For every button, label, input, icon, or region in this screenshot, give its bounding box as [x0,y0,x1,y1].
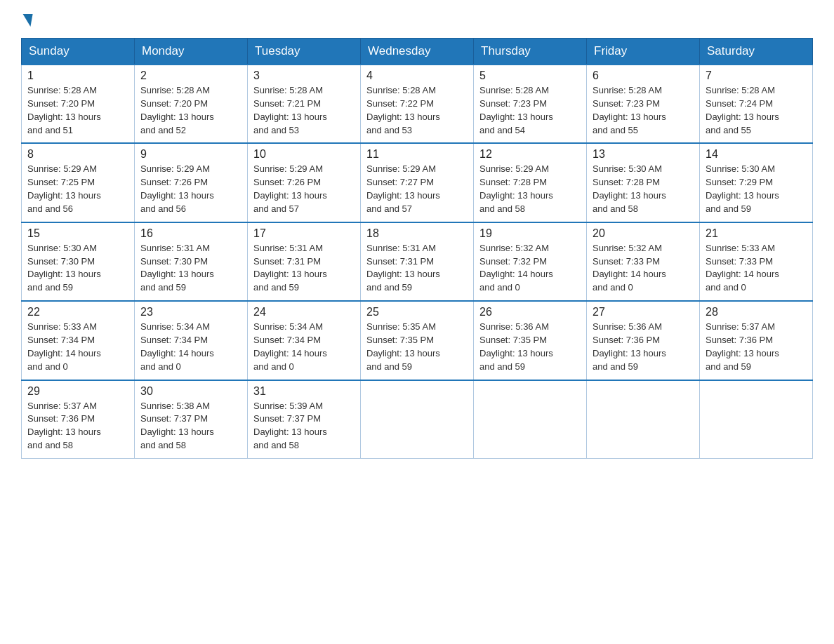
day-info: Sunrise: 5:31 AMSunset: 7:31 PMDaylight:… [366,243,440,293]
weekday-header-friday: Friday [587,39,700,65]
day-number: 29 [27,385,128,398]
day-number: 22 [27,306,128,318]
weekday-header-wednesday: Wednesday [361,39,474,65]
logo [21,14,33,27]
calendar-cell: 21 Sunrise: 5:33 AMSunset: 7:33 PMDaylig… [700,222,813,301]
day-info: Sunrise: 5:36 AMSunset: 7:35 PMDaylight:… [479,321,553,372]
calendar-week-row: 8 Sunrise: 5:29 AMSunset: 7:25 PMDayligh… [22,143,813,222]
day-number: 26 [479,306,581,318]
day-number: 27 [593,306,694,318]
day-number: 25 [366,306,468,318]
calendar-cell: 22 Sunrise: 5:33 AMSunset: 7:34 PMDaylig… [22,301,135,380]
calendar-cell: 11 Sunrise: 5:29 AMSunset: 7:27 PMDaylig… [361,143,474,222]
day-number: 5 [479,69,581,82]
day-info: Sunrise: 5:34 AMSunset: 7:34 PMDaylight:… [253,321,327,372]
day-info: Sunrise: 5:30 AMSunset: 7:28 PMDaylight:… [593,163,666,214]
calendar-cell: 6 Sunrise: 5:28 AMSunset: 7:23 PMDayligh… [587,65,700,143]
day-number: 4 [366,69,468,82]
day-info: Sunrise: 5:34 AMSunset: 7:34 PMDaylight:… [140,321,214,372]
calendar-cell: 18 Sunrise: 5:31 AMSunset: 7:31 PMDaylig… [361,222,474,301]
day-number: 10 [253,148,355,161]
day-number: 16 [140,227,241,240]
day-info: Sunrise: 5:29 AMSunset: 7:26 PMDaylight:… [253,163,327,214]
calendar-cell: 14 Sunrise: 5:30 AMSunset: 7:29 PMDaylig… [700,143,813,222]
calendar-cell: 10 Sunrise: 5:29 AMSunset: 7:26 PMDaylig… [248,143,361,222]
day-number: 15 [27,227,128,240]
weekday-header-thursday: Thursday [474,39,587,65]
calendar-cell: 16 Sunrise: 5:31 AMSunset: 7:30 PMDaylig… [135,222,248,301]
calendar-week-row: 15 Sunrise: 5:30 AMSunset: 7:30 PMDaylig… [22,222,813,301]
calendar-week-row: 1 Sunrise: 5:28 AMSunset: 7:20 PMDayligh… [22,65,813,143]
day-info: Sunrise: 5:30 AMSunset: 7:30 PMDaylight:… [27,243,101,293]
day-info: Sunrise: 5:28 AMSunset: 7:21 PMDaylight:… [253,85,327,135]
day-number: 2 [140,69,241,82]
calendar-cell: 25 Sunrise: 5:35 AMSunset: 7:35 PMDaylig… [361,301,474,380]
day-number: 7 [706,69,807,82]
day-number: 20 [593,227,694,240]
calendar-cell [587,380,700,459]
day-info: Sunrise: 5:29 AMSunset: 7:25 PMDaylight:… [27,163,101,214]
day-info: Sunrise: 5:32 AMSunset: 7:33 PMDaylight:… [593,243,666,293]
day-number: 28 [706,306,807,318]
calendar-cell [474,380,587,459]
day-info: Sunrise: 5:30 AMSunset: 7:29 PMDaylight:… [706,163,779,214]
day-info: Sunrise: 5:37 AMSunset: 7:36 PMDaylight:… [706,321,779,372]
weekday-header-tuesday: Tuesday [248,39,361,65]
day-info: Sunrise: 5:31 AMSunset: 7:31 PMDaylight:… [253,243,327,293]
calendar-cell: 5 Sunrise: 5:28 AMSunset: 7:23 PMDayligh… [474,65,587,143]
calendar-cell: 24 Sunrise: 5:34 AMSunset: 7:34 PMDaylig… [248,301,361,380]
day-info: Sunrise: 5:28 AMSunset: 7:20 PMDaylight:… [27,85,101,135]
day-info: Sunrise: 5:33 AMSunset: 7:34 PMDaylight:… [27,321,101,372]
day-number: 18 [366,227,468,240]
calendar-cell: 2 Sunrise: 5:28 AMSunset: 7:20 PMDayligh… [135,65,248,143]
calendar-week-row: 22 Sunrise: 5:33 AMSunset: 7:34 PMDaylig… [22,301,813,380]
weekday-header-saturday: Saturday [700,39,813,65]
day-info: Sunrise: 5:39 AMSunset: 7:37 PMDaylight:… [253,401,327,451]
day-number: 11 [366,148,468,161]
calendar-cell: 12 Sunrise: 5:29 AMSunset: 7:28 PMDaylig… [474,143,587,222]
calendar-week-row: 29 Sunrise: 5:37 AMSunset: 7:36 PMDaylig… [22,380,813,459]
weekday-header-sunday: Sunday [22,39,135,65]
calendar-cell: 9 Sunrise: 5:29 AMSunset: 7:26 PMDayligh… [135,143,248,222]
weekday-header-row: SundayMondayTuesdayWednesdayThursdayFrid… [22,39,813,65]
calendar-cell: 1 Sunrise: 5:28 AMSunset: 7:20 PMDayligh… [22,65,135,143]
calendar-cell: 3 Sunrise: 5:28 AMSunset: 7:21 PMDayligh… [248,65,361,143]
day-info: Sunrise: 5:37 AMSunset: 7:36 PMDaylight:… [27,401,101,451]
day-number: 19 [479,227,581,240]
page-header [21,14,813,27]
calendar-cell [361,380,474,459]
day-number: 12 [479,148,581,161]
day-info: Sunrise: 5:28 AMSunset: 7:24 PMDaylight:… [706,85,779,135]
calendar-cell: 30 Sunrise: 5:38 AMSunset: 7:37 PMDaylig… [135,380,248,459]
day-number: 14 [706,148,807,161]
day-number: 23 [140,306,241,318]
calendar-cell: 20 Sunrise: 5:32 AMSunset: 7:33 PMDaylig… [587,222,700,301]
calendar-cell: 19 Sunrise: 5:32 AMSunset: 7:32 PMDaylig… [474,222,587,301]
calendar-table: SundayMondayTuesdayWednesdayThursdayFrid… [21,38,813,459]
day-info: Sunrise: 5:35 AMSunset: 7:35 PMDaylight:… [366,321,440,372]
calendar-cell: 7 Sunrise: 5:28 AMSunset: 7:24 PMDayligh… [700,65,813,143]
calendar-cell: 15 Sunrise: 5:30 AMSunset: 7:30 PMDaylig… [22,222,135,301]
day-info: Sunrise: 5:33 AMSunset: 7:33 PMDaylight:… [706,243,779,293]
calendar-cell: 26 Sunrise: 5:36 AMSunset: 7:35 PMDaylig… [474,301,587,380]
calendar-cell: 28 Sunrise: 5:37 AMSunset: 7:36 PMDaylig… [700,301,813,380]
day-info: Sunrise: 5:31 AMSunset: 7:30 PMDaylight:… [140,243,214,293]
calendar-cell: 31 Sunrise: 5:39 AMSunset: 7:37 PMDaylig… [248,380,361,459]
day-number: 3 [253,69,355,82]
logo-arrow-icon [20,14,32,27]
calendar-cell [700,380,813,459]
day-info: Sunrise: 5:29 AMSunset: 7:27 PMDaylight:… [366,163,440,214]
weekday-header-monday: Monday [135,39,248,65]
day-number: 9 [140,148,241,161]
day-info: Sunrise: 5:36 AMSunset: 7:36 PMDaylight:… [593,321,666,372]
calendar-cell: 4 Sunrise: 5:28 AMSunset: 7:22 PMDayligh… [361,65,474,143]
calendar-cell: 17 Sunrise: 5:31 AMSunset: 7:31 PMDaylig… [248,222,361,301]
calendar-cell: 8 Sunrise: 5:29 AMSunset: 7:25 PMDayligh… [22,143,135,222]
day-number: 8 [27,148,128,161]
day-number: 31 [253,385,355,398]
day-number: 6 [593,69,694,82]
day-number: 1 [27,69,128,82]
day-info: Sunrise: 5:29 AMSunset: 7:28 PMDaylight:… [479,163,553,214]
calendar-cell: 23 Sunrise: 5:34 AMSunset: 7:34 PMDaylig… [135,301,248,380]
calendar-cell: 13 Sunrise: 5:30 AMSunset: 7:28 PMDaylig… [587,143,700,222]
